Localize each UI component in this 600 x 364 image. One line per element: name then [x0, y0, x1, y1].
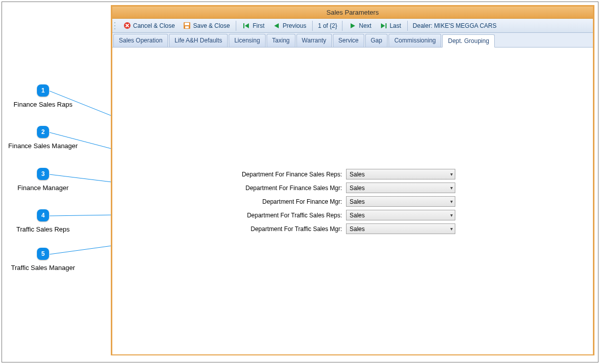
tab-content: Department For Finance Sales Reps: Sales… [112, 48, 593, 354]
callout-label-1: Finance Sales Raps [14, 101, 72, 108]
tab-sales-operation[interactable]: Sales Operation [113, 34, 168, 47]
toolbar-separator [407, 21, 408, 31]
save-icon [183, 22, 191, 30]
toolbar-separator [236, 21, 236, 31]
callout-3: 3 Finance Manager [0, 168, 86, 192]
svg-rect-14 [385, 23, 387, 28]
save-close-button[interactable]: Save & Close [180, 20, 234, 31]
row-traffic-sales-reps: Department For Traffic Sales Reps: Sales… [236, 210, 455, 220]
toolbar-separator [312, 21, 313, 31]
toolbar-separator [342, 21, 342, 31]
tab-service[interactable]: Service [333, 34, 364, 47]
previous-icon [273, 22, 281, 30]
callout-badge-1: 1 [37, 84, 49, 97]
cancel-close-button[interactable]: Cancel & Close [119, 20, 179, 31]
chevron-down-icon: ▾ [450, 171, 453, 177]
previous-label: Previous [283, 22, 307, 29]
next-label: Next [359, 22, 371, 29]
callout-1: 1 Finance Sales Raps [0, 84, 86, 108]
callout-2: 2 Finance Sales Manager [0, 126, 86, 150]
next-button[interactable]: Next [345, 20, 375, 31]
callout-label-4: Traffic Sales Reps [16, 225, 70, 233]
callout-5: 5 Traffic Sales Manager [0, 248, 86, 271]
cancel-icon [123, 22, 131, 30]
tab-licensing[interactable]: Licensing [229, 34, 266, 47]
first-button[interactable]: First [239, 20, 268, 31]
tab-warranty[interactable]: Warranty [296, 34, 332, 47]
callout-label-5: Traffic Sales Manager [11, 264, 75, 271]
previous-button[interactable]: Previous [269, 20, 310, 31]
window-title: Sales Parameters [112, 7, 593, 19]
select-value: Sales [350, 185, 365, 192]
callout-badge-3: 3 [37, 168, 49, 180]
select-traffic-sales-mgr[interactable]: Sales ▾ [346, 223, 455, 234]
dealer-label: Dealer: MIKE'S MEGGA CARS [410, 22, 499, 29]
callout-badge-4: 4 [37, 209, 49, 221]
label-traffic-sales-mgr: Department For Traffic Sales Mgr: [236, 225, 342, 233]
callout-label-2: Finance Sales Manager [8, 142, 77, 150]
last-icon [379, 22, 388, 30]
chevron-down-icon: ▾ [450, 226, 453, 232]
callout-label-3: Finance Manager [17, 184, 68, 192]
select-finance-sales-reps[interactable]: Sales ▾ [346, 169, 455, 179]
svg-marker-13 [381, 23, 385, 28]
svg-marker-10 [245, 23, 249, 28]
select-finance-sales-mgr[interactable]: Sales ▾ [346, 183, 455, 193]
row-finance-sales-reps: Department For Finance Sales Reps: Sales… [236, 169, 455, 179]
label-finance-sales-reps: Department For Finance Sales Reps: [236, 171, 342, 178]
tab-commissioning[interactable]: Commissioning [389, 34, 441, 47]
sales-parameters-window: Sales Parameters Cancel & Close Save & C… [111, 5, 594, 355]
svg-rect-8 [185, 26, 189, 28]
row-finance-sales-mgr: Department For Finance Sales Mgr: Sales … [236, 183, 455, 193]
cancel-close-label: Cancel & Close [133, 22, 175, 29]
select-value: Sales [350, 212, 365, 219]
toolbar-grip [114, 21, 117, 30]
callout-4: 4 Traffic Sales Reps [0, 209, 86, 233]
tab-taxing[interactable]: Taxing [267, 34, 295, 47]
select-value: Sales [350, 198, 365, 205]
tab-life-ah-defaults[interactable]: Life A&H Defaults [169, 34, 228, 47]
select-value: Sales [350, 225, 365, 233]
toolbar: Cancel & Close Save & Close First Previo… [112, 19, 593, 33]
row-traffic-sales-mgr: Department For Traffic Sales Mgr: Sales … [236, 223, 455, 234]
last-button[interactable]: Last [376, 20, 405, 31]
svg-rect-9 [243, 23, 244, 28]
label-finance-mgr: Department For Finance Mgr: [236, 198, 342, 205]
chevron-down-icon: ▾ [450, 199, 453, 204]
next-icon [349, 22, 357, 30]
pager-text: 1 of {2} [315, 22, 339, 29]
select-finance-mgr[interactable]: Sales ▾ [346, 196, 455, 207]
first-icon [242, 22, 250, 30]
label-finance-sales-mgr: Department For Finance Sales Mgr: [236, 185, 342, 192]
select-traffic-sales-reps[interactable]: Sales ▾ [346, 210, 455, 220]
callout-badge-5: 5 [37, 248, 49, 260]
callout-badge-2: 2 [37, 126, 49, 138]
label-traffic-sales-reps: Department For Traffic Sales Reps: [236, 212, 342, 219]
save-close-label: Save & Close [193, 22, 230, 29]
last-label: Last [390, 22, 401, 29]
tab-dept-grouping[interactable]: Dept. Grouping [442, 34, 494, 48]
first-label: First [252, 22, 264, 29]
chevron-down-icon: ▾ [450, 212, 453, 218]
chevron-down-icon: ▾ [450, 185, 453, 191]
svg-rect-7 [185, 23, 189, 25]
svg-marker-12 [351, 23, 355, 28]
tab-gap[interactable]: Gap [365, 34, 388, 47]
select-value: Sales [350, 171, 365, 178]
row-finance-mgr: Department For Finance Mgr: Sales ▾ [236, 196, 455, 207]
tab-strip: Sales Operation Life A&H Defaults Licens… [112, 33, 593, 48]
svg-marker-11 [274, 23, 279, 28]
